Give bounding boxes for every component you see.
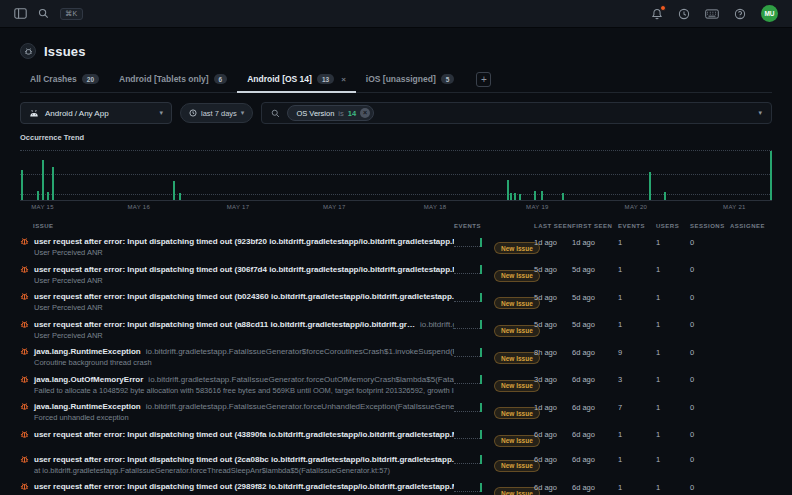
issue-title: java.lang.RuntimeException — [34, 402, 141, 411]
remove-chip-icon[interactable]: × — [360, 108, 370, 118]
events-sparkline — [454, 264, 494, 274]
column-header[interactable]: ISSUE — [20, 223, 454, 229]
issue-title: user request after error: Input dispatch… — [34, 482, 454, 491]
issue-table-header: ISSUEEVENTSLAST SEENFIRST SEENEVENTSUSER… — [20, 223, 772, 229]
first-seen-value: 5d ago — [572, 264, 618, 274]
chart-bar — [510, 193, 512, 200]
users-count: 1 — [656, 237, 690, 247]
issues-icon — [20, 43, 36, 59]
first-seen-value: 6d ago — [572, 402, 618, 412]
table-row[interactable]: user request after error: Input dispatch… — [20, 261, 772, 289]
x-axis-tick-label: MAY 20 — [625, 204, 648, 210]
chart-bar — [562, 193, 564, 200]
last-seen-value: 5d ago — [534, 264, 572, 274]
column-header[interactable]: LAST SEEN — [534, 223, 572, 229]
chevron-down-icon: ▾ — [159, 109, 163, 117]
column-header[interactable]: ASSIGNEE — [730, 223, 772, 229]
chart-bar — [507, 180, 509, 200]
events-count: 1 — [618, 264, 656, 274]
user-avatar[interactable]: MU — [761, 5, 778, 22]
chevron-down-icon[interactable]: ▾ — [758, 109, 762, 117]
events-sparkline — [454, 347, 494, 357]
issue-subtitle: at io.bitdrift.gradletestapp.FatalIssueG… — [20, 466, 454, 475]
tab-close-icon[interactable]: × — [341, 75, 346, 84]
issue-title: user request after error: Input dispatch… — [34, 430, 454, 439]
issue-subtitle: User Perceived ANR — [20, 248, 454, 257]
bug-icon — [20, 292, 29, 301]
sessions-count: 0 — [690, 482, 730, 492]
events-sparkline — [454, 292, 494, 302]
issue-location: io.bitdrift.gradletestapp.FatalIssueGene… — [420, 320, 454, 329]
issue-title: user request after error: Input dispatch… — [34, 237, 454, 246]
events-sparkline — [454, 454, 494, 464]
issue-table-body: user request after error: Input dispatch… — [20, 233, 772, 495]
first-seen-value: 6d ago — [572, 429, 618, 439]
table-row[interactable]: java.lang.RuntimeExceptionio.bitdrift.gr… — [20, 343, 772, 371]
sessions-count: 0 — [690, 454, 730, 464]
issue-subtitle: User Perceived ANR — [20, 303, 454, 312]
sessions-count: 0 — [690, 429, 730, 439]
assignee-cell — [730, 402, 772, 403]
users-count: 1 — [656, 347, 690, 357]
chart-bar — [173, 181, 175, 200]
sidebar-toggle-icon[interactable] — [14, 8, 27, 19]
last-seen-value: 3d ago — [534, 374, 572, 384]
app-selector-dropdown[interactable]: Android / Any App ▾ — [20, 102, 172, 124]
os-version-filter-chip[interactable]: OS Version is 14 × — [287, 105, 374, 121]
bug-icon — [20, 347, 29, 356]
column-header[interactable]: USERS — [656, 223, 690, 229]
table-row[interactable]: user request after error: Input dispatch… — [20, 288, 772, 316]
tab-android-tablets-only[interactable]: Android [Tablets only]6 — [109, 68, 237, 93]
users-count: 1 — [656, 454, 690, 464]
tab-ios-unassigned[interactable]: iOS [unassigned]5 — [356, 68, 465, 93]
table-row[interactable]: user request after error: Input dispatch… — [20, 451, 772, 479]
issue-subtitle: User Perceived ANR — [20, 331, 454, 340]
column-header[interactable]: FIRST SEEN — [572, 223, 618, 229]
events-count: 1 — [618, 454, 656, 464]
last-seen-value: 5d ago — [534, 319, 572, 329]
tabs-row: All Crashes20Android [Tablets only]6Andr… — [20, 68, 772, 93]
issue-title: user request after error: Input dispatch… — [34, 265, 454, 274]
column-header[interactable]: SESSIONS — [690, 223, 730, 229]
keyboard-icon[interactable] — [705, 9, 719, 19]
new-issue-badge: New Issue — [494, 435, 540, 447]
table-row[interactable]: user request after error: Input dispatch… — [20, 316, 772, 344]
table-row[interactable]: java.lang.OutOfMemoryErrorio.bitdrift.gr… — [20, 371, 772, 399]
table-row[interactable]: user request after error: Input dispatch… — [20, 478, 772, 495]
table-row[interactable]: user request after error: Input dispatch… — [20, 233, 772, 261]
new-issue-badge: New Issue — [494, 460, 540, 472]
events-sparkline — [454, 429, 494, 439]
tab-all-crashes[interactable]: All Crashes20 — [20, 68, 109, 93]
assignee-cell — [730, 319, 772, 320]
tab-label: Android [OS 14] — [247, 74, 312, 84]
column-header[interactable]: EVENTS — [618, 223, 656, 229]
assignee-cell — [730, 482, 772, 483]
table-row[interactable]: java.lang.RuntimeExceptionio.bitdrift.gr… — [20, 398, 772, 426]
help-icon[interactable] — [734, 8, 746, 20]
table-row[interactable]: user request after error: Input dispatch… — [20, 426, 772, 451]
chart-bar — [47, 192, 49, 200]
issue-location: io.bitdrift.gradletestapp.FatalIssueGene… — [146, 347, 454, 356]
occurrence-trend-section: Occurrence Trend MAY 15MAY 16MAY 17MAY 1… — [20, 133, 772, 213]
history-clock-icon[interactable] — [678, 8, 690, 20]
tabs-list: All Crashes20Android [Tablets only]6Andr… — [20, 68, 464, 92]
issue-cell: user request after error: Input dispatch… — [20, 237, 454, 258]
search-icon[interactable] — [38, 8, 49, 19]
issue-subtitle: Forced unhandled exception — [20, 413, 454, 422]
notifications-bell-icon[interactable] — [651, 8, 663, 20]
x-axis-tick-label: MAY 16 — [128, 204, 151, 210]
column-header[interactable]: EVENTS — [454, 223, 494, 229]
chart-bar — [770, 151, 772, 200]
time-range-filter[interactable]: last 7 days ▾ — [180, 103, 253, 123]
first-seen-value: 6d ago — [572, 347, 618, 357]
filter-search-input[interactable]: OS Version is 14 × ▾ — [261, 102, 772, 124]
column-header[interactable] — [494, 223, 534, 229]
bug-icon — [20, 237, 29, 246]
chart-bar — [37, 191, 39, 200]
tab-android-os-14[interactable]: Android [OS 14]13× — [237, 68, 356, 93]
issue-subtitle: Failed to allocate a 1048592 byte alloca… — [20, 386, 454, 395]
add-tab-button[interactable]: + — [476, 72, 491, 87]
first-seen-value: 6d ago — [572, 482, 618, 492]
assignee-cell — [730, 374, 772, 375]
last-seen-value: 1d ago — [534, 402, 572, 412]
